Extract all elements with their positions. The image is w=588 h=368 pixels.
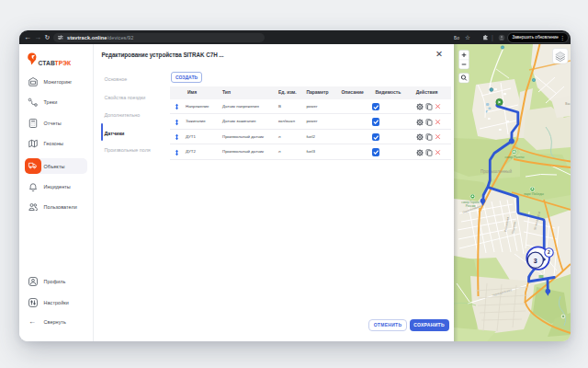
svg-text:3: 3 [534, 258, 537, 264]
svg-text:Промышленный: Промышленный [481, 168, 513, 174]
svg-text:2: 2 [548, 249, 550, 255]
svg-text:сквер Ракеты: сквер Ракеты [505, 155, 526, 159]
svg-text:парк Победы: парк Победы [524, 192, 544, 196]
svg-text:СТАВ: СТАВ [39, 60, 55, 66]
svg-text:Вас: Вас [565, 102, 571, 106]
svg-text:ТРЭК: ТРЭК [55, 60, 73, 66]
